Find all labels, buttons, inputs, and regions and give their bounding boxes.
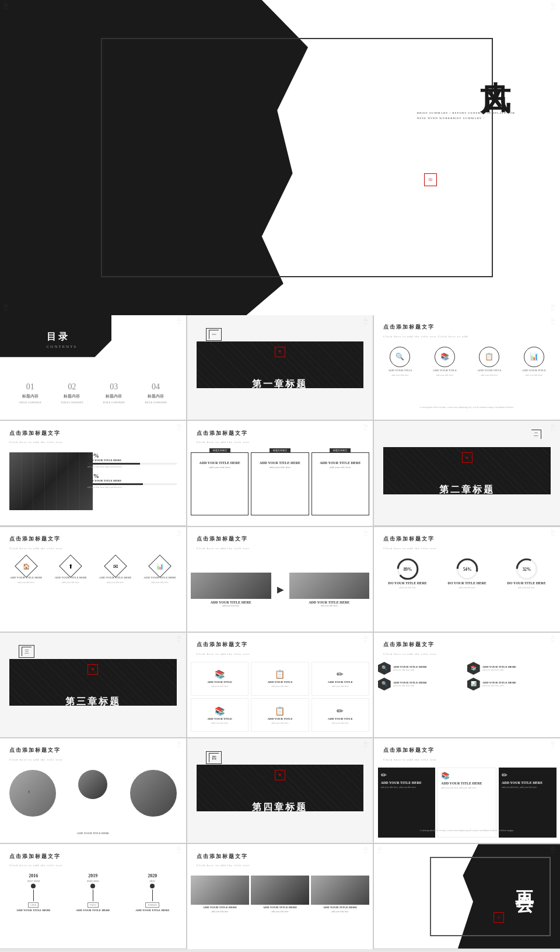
tl-line-3 <box>152 890 153 901</box>
carousel-heading-sub: Click here to add the title text <box>9 758 62 761</box>
wm-cards-tr: dc <box>550 741 557 749</box>
pie-svg-1: 89% <box>397 558 419 580</box>
final-title: 再会 <box>512 876 538 883</box>
circle-label-1: ADD YOUR TITLE <box>388 369 412 372</box>
panel-tag-1: 标题文本标注 <box>209 448 230 452</box>
toc-title: 目录 <box>47 331 70 343</box>
toc-label-1: 标题内容 <box>22 393 38 399</box>
svg-text:32%: 32% <box>522 567 531 572</box>
tl-tag-3: THREE <box>145 902 159 908</box>
slide-six-icons: 点击添加标题文字 Click here to add the title tex… <box>187 633 373 737</box>
prog-bar-fill-2 <box>88 483 143 485</box>
slide-chapter2: 二 第二章标题 dc <box>374 421 560 525</box>
circle-icon-1: 🔍 <box>390 347 410 367</box>
hex-row-2: 🔍 ADD YOUR TITLE HERE add your title her… <box>378 678 556 691</box>
tl-sub-years-2: 2020 2021 <box>87 880 99 883</box>
toc-item-4: 04 标题内容 TITLE CONTENT <box>145 382 167 404</box>
circle-label-3: ADD YOUR TITLE <box>477 369 501 372</box>
slide-three-panel: 点击添加标题文字 Click here to add the title tex… <box>187 421 373 525</box>
ch2-corner: 二 <box>531 430 541 439</box>
twoimg-heading: 点击添加标题文字 <box>197 535 248 543</box>
toc-label-4: 标题内容 <box>148 393 164 399</box>
img-sub-1: add your title here <box>222 604 239 607</box>
prog-pct-2: 62% <box>88 473 177 479</box>
six-item-1: 📚 ADD YOUR TITLE add your title here <box>191 662 249 696</box>
toc-num-3: 03 <box>110 382 118 392</box>
diamond-sub-1: add your title here <box>18 581 34 584</box>
toc-item-2: 02 标题内容 TITLE CONTENT <box>61 382 83 404</box>
panel-title-1: ADD YOUR TITLE HERE <box>200 461 240 465</box>
panel-1: 标题文本标注 ADD YOUR TITLE HERE add your titl… <box>191 452 249 515</box>
svg-text:54%: 54% <box>463 567 471 572</box>
tl-year-1: 2016 <box>29 873 38 878</box>
tc-title-2: ADD YOUR TITLE HERE <box>441 782 493 785</box>
tl-sub-years-1: 2017 2018 <box>27 880 40 883</box>
circle-sub-1: add your title here <box>391 374 408 376</box>
text-card-2: 📚 ADD YOUR TITLE HERE add your title her… <box>438 768 496 838</box>
slide-two-img: 点击添加标题文字 Click here to add the title tex… <box>187 527 373 632</box>
photos-heading: 点击添加标题文字 <box>197 853 248 860</box>
tl-sub-years-3: 2021 <box>149 880 155 883</box>
hex-shape-3: 🔍 <box>378 678 391 691</box>
carousel-arrow-left-icon[interactable]: ‹ <box>28 786 30 795</box>
diamond-sub-2: add your title here <box>62 581 79 584</box>
cards-heading: 点击添加标题文字 <box>383 747 435 754</box>
wm-panel-tr: dc <box>363 424 370 432</box>
pie-label-3: DO YOUR TITLE HERE <box>508 581 546 585</box>
wm-toc-tr: dc <box>176 318 183 326</box>
pie-sub-2: add your title here <box>459 586 475 589</box>
six-sym-2: 📋 <box>275 669 285 679</box>
tl-heading-sub: Click here to add the title text <box>9 864 62 867</box>
panel-tag-2: 标题文本标注 <box>270 448 290 452</box>
diamond-heading: 点击添加标题文字 <box>9 535 61 543</box>
tl-item-3: 2020 2021 THREE ADD YOUR TITLE HERE <box>123 873 182 912</box>
panel-2: 标题文本标注 ADD YOUR TITLE HERE add your titl… <box>251 452 309 515</box>
toc-sub-2: TITLE CONTENT <box>61 401 83 404</box>
hex-item-3: 🔍 ADD YOUR TITLE HERE add your title her… <box>378 678 467 691</box>
prog-image <box>9 452 93 510</box>
tl-line-1 <box>33 890 34 901</box>
diamond-item-3: ✉ ADD YOUR TITLE HERE add your title her… <box>99 558 131 584</box>
slide-toc: 目录 CONTENTS 01 标题内容 TITLE CONTENT 02 标题内… <box>0 315 186 420</box>
tl-tag-2: TWO <box>88 902 99 908</box>
cards-desc: Lorem ipsum dolor sit amet, consectetur … <box>383 829 551 832</box>
ch1-number: 一 <box>206 328 222 341</box>
panel-heading-sub: Click here to add the title text <box>197 441 250 444</box>
carousel-label: ADD YOUR TITLE HERE <box>0 832 186 835</box>
hero-subtitle-line1: BRIEF SUMMARY / REPORT GENERAL TEMPLATE … <box>417 110 516 116</box>
six-sym-5: 📋 <box>275 706 285 716</box>
img-item-2: ADD YOUR TITLE HERE add your title here <box>289 573 369 607</box>
wm-car-tr: dc <box>176 741 183 749</box>
text-cards-row: ✏ ADD YOUR TITLE HERE add your title her… <box>378 768 556 838</box>
photo-sub-2: add your title here <box>271 910 288 913</box>
ch2-title: 第二章标题 <box>374 484 560 496</box>
hero-title-area: 古风 <box>474 57 515 66</box>
six-sub-6: add your title here <box>332 721 349 724</box>
tl-year-3: 2020 <box>148 873 157 878</box>
diamond-item-2: ⬆ ADD YOUR TITLE HERE add your title her… <box>54 558 86 584</box>
toc-sub-4: TITLE CONTENT <box>145 401 167 404</box>
prog-label-2: ADD YOUR TITLE HERE <box>88 479 177 482</box>
six-lbl-5: ADD YOUR TITLE <box>267 717 292 720</box>
cards-heading-sub: Click here to add the title text <box>383 758 436 761</box>
circle-label-2: ADD YOUR TITLE <box>433 369 457 372</box>
tc-sub-3: add your title here, add your title here <box>502 786 554 789</box>
watermark-tr: dc <box>550 3 557 11</box>
tl-dot-3 <box>150 884 155 888</box>
tc-sub-2: add your title here, add your title here <box>441 786 493 789</box>
panel-label-3: add your title here <box>330 466 351 469</box>
ch3-title: 第三章标题 <box>0 696 186 708</box>
tc-title-3: ADD YOUR TITLE HERE <box>502 781 554 784</box>
hex-heading: 点击添加标题文字 <box>383 641 435 648</box>
six-sym-1: 📚 <box>215 669 225 679</box>
panel-3: 标题文本标注 ADD YOUR TITLE HERE add your titl… <box>312 452 369 515</box>
slide-chapter3: 三 第三章标题 dc <box>0 633 186 737</box>
img-box-1 <box>191 573 271 599</box>
tl-label-3: ADD YOUR TITLE HERE <box>135 909 169 912</box>
circle-heading: 点击添加标题文字 <box>383 323 435 331</box>
icon-circle-1: 🔍 ADD YOUR TITLE add your title here <box>388 347 412 376</box>
six-lbl-2: ADD YOUR TITLE <box>267 681 292 684</box>
slide-diamond: 点击添加标题文字 Click here to add the title tex… <box>0 527 186 632</box>
hex-row-1: 🔍 ADD YOUR TITLE HERE add your title her… <box>378 662 556 675</box>
toc-num-4: 04 <box>152 382 160 392</box>
